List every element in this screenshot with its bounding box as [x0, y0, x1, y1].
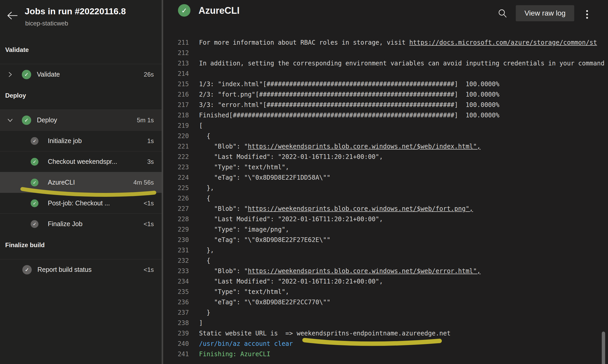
log-line: 238]	[163, 318, 608, 328]
search-button[interactable]	[498, 9, 507, 18]
task-title: AzureCLI	[199, 5, 240, 16]
sidebar-item-report-build-status[interactable]: ✓Report build status<1s	[0, 259, 162, 280]
line-number[interactable]: 240	[163, 339, 189, 349]
arrow-left-icon	[6, 11, 18, 20]
line-number[interactable]: 211	[163, 39, 189, 48]
line-number[interactable]: 215	[163, 79, 189, 89]
log-line: 211For more information about RBAC roles…	[163, 39, 608, 48]
log-line: 227 "Blob": "https://weekendsprints.blob…	[163, 204, 608, 214]
line-text: },	[199, 245, 214, 255]
line-number[interactable]: 217	[163, 100, 189, 110]
line-number[interactable]: 223	[163, 162, 189, 172]
sidebar-item-validate[interactable]: ✓Validate26s	[0, 64, 162, 85]
log-text-segment: "Blob": "	[199, 267, 248, 275]
line-number[interactable]: 241	[163, 349, 189, 359]
line-number[interactable]: 230	[163, 235, 189, 245]
line-text: Finishing: AzureCLI	[199, 349, 270, 359]
sidebar-item-post-job-checkout[interactable]: ✓Post-job: Checkout ...<1s	[0, 193, 162, 213]
log-link[interactable]: https://weekendsprints.blob.core.windows…	[248, 205, 473, 212]
line-text: "eTag": "\"0x8D9D8E22F1DD58A\""	[199, 172, 331, 183]
line-text: "Type": "text/html",	[199, 162, 289, 172]
pipeline-log-viewer: Jobs in run #20220116.8 bicep-staticweb …	[0, 0, 608, 364]
sidebar-item-initialize-job[interactable]: ✓Initialize job1s	[0, 130, 162, 151]
line-number[interactable]: 219	[163, 120, 189, 131]
line-number[interactable]: 233	[163, 266, 189, 276]
line-number[interactable]: 229	[163, 224, 189, 235]
line-number[interactable]: 234	[163, 276, 189, 287]
vertical-scrollbar-thumb[interactable]	[602, 332, 605, 364]
item-duration: <1s	[140, 200, 154, 207]
log-text-segment: In addition, setting the corresponding e…	[199, 60, 605, 67]
log-text-segment: ]	[199, 319, 203, 327]
log-text-segment: },	[199, 184, 214, 192]
view-raw-log-button[interactable]: View raw log	[516, 5, 574, 21]
line-number[interactable]: 220	[163, 131, 189, 141]
chevron-right-icon[interactable]	[6, 70, 15, 79]
log-line: 219[	[163, 120, 608, 131]
line-number[interactable]: 236	[163, 297, 189, 307]
line-text: 1/3: "index.html"[######################…	[199, 79, 499, 89]
sidebar-item-azurecli[interactable]: ✓AzureCLI4m 56s	[0, 172, 162, 193]
log-link[interactable]: https://weekendsprints.blob.core.windows…	[248, 267, 481, 275]
log-text-segment: "Blob": "	[199, 205, 248, 212]
log-line: 230 "eTag": "\"0x8D9D8E22F27E62E\""	[163, 235, 608, 245]
log-text-segment: "Last Modified": "2022-01-16T11:20:21+00…	[199, 278, 383, 285]
line-number[interactable]: 237	[163, 307, 189, 318]
line-number[interactable]: 221	[163, 141, 189, 152]
line-number[interactable]: 238	[163, 318, 189, 328]
log-header: ✓ AzureCLI View raw log	[163, 0, 608, 29]
log-panel: ✓ AzureCLI View raw log 211For more info…	[163, 0, 608, 364]
chevron-down-icon	[6, 116, 14, 124]
line-number[interactable]: 216	[163, 89, 189, 100]
line-number[interactable]: 222	[163, 152, 189, 162]
line-number[interactable]: 213	[163, 58, 189, 69]
line-number[interactable]: 214	[163, 69, 189, 79]
chevron-right-icon	[6, 71, 14, 78]
line-number[interactable]: 218	[163, 110, 189, 120]
line-number[interactable]: 225	[163, 183, 189, 193]
line-number[interactable]: 231	[163, 245, 189, 255]
line-number[interactable]: 228	[163, 214, 189, 224]
sidebar-item-deploy[interactable]: ✓Deploy5m 1s	[0, 110, 162, 130]
line-text: 2/3: "fort.png"[########################…	[199, 89, 499, 100]
chevron-down-icon[interactable]	[6, 116, 15, 125]
line-number[interactable]: 224	[163, 172, 189, 183]
log-line: 239Static website URL is => weekendsprit…	[163, 328, 608, 339]
log-text-segment: "Type": "text/html",	[199, 288, 289, 295]
line-number[interactable]: 226	[163, 193, 189, 204]
item-label: Report build status	[37, 266, 91, 273]
line-text: "Last Modified": "2022-01-16T11:20:21+00…	[199, 152, 383, 162]
line-number[interactable]: 239	[163, 328, 189, 339]
line-text: "Type": "text/html",	[199, 287, 289, 297]
line-text: "Last Modified": "2022-01-16T11:20:21+00…	[199, 214, 383, 224]
line-number[interactable]: 232	[163, 255, 189, 266]
back-button[interactable]	[6, 11, 18, 20]
more-options-button[interactable]	[585, 9, 590, 19]
log-line: 235 "Type": "text/html",	[163, 287, 608, 297]
log-link[interactable]: https://docs.microsoft.com/azure/storage…	[409, 39, 597, 46]
log-line: 234 "Last Modified": "2022-01-16T11:20:2…	[163, 276, 608, 287]
sidebar-item-checkout-weekendspr[interactable]: ✓Checkout weekendspr...3s	[0, 151, 162, 172]
line-number[interactable]: 227	[163, 204, 189, 214]
log-text-segment: {	[199, 132, 210, 140]
item-duration: 1s	[143, 137, 154, 145]
log-text-segment: {	[199, 195, 210, 202]
line-text: In addition, setting the corresponding e…	[199, 58, 605, 69]
log-link[interactable]: https://weekendsprints.blob.core.windows…	[248, 143, 481, 150]
log-line: 233 "Blob": "https://weekendsprints.blob…	[163, 266, 608, 276]
log-line: 223 "Type": "text/html",	[163, 162, 608, 172]
line-number[interactable]: 235	[163, 287, 189, 297]
line-text: "Blob": "https://weekendsprints.blob.cor…	[199, 141, 481, 152]
log-text-segment: }	[199, 309, 210, 316]
log-scroll-area: 211For more information about RBAC roles…	[163, 39, 608, 364]
item-duration: <1s	[140, 266, 154, 273]
log-text-segment: "Last Modified": "2022-01-16T11:20:21+00…	[199, 153, 383, 160]
log-text-segment: 3/3: "error.html"[######################…	[199, 101, 499, 109]
log-line: 225 },	[163, 183, 608, 193]
line-text: ]	[199, 318, 203, 328]
log-text-segment: "Type": "text/html",	[199, 164, 289, 171]
section-header-finalize-build: Finalize build	[0, 234, 162, 259]
item-label: Deploy	[37, 116, 57, 124]
sidebar-item-finalize-job[interactable]: ✓Finalize Job<1s	[0, 213, 162, 234]
line-number[interactable]: 212	[163, 48, 189, 58]
